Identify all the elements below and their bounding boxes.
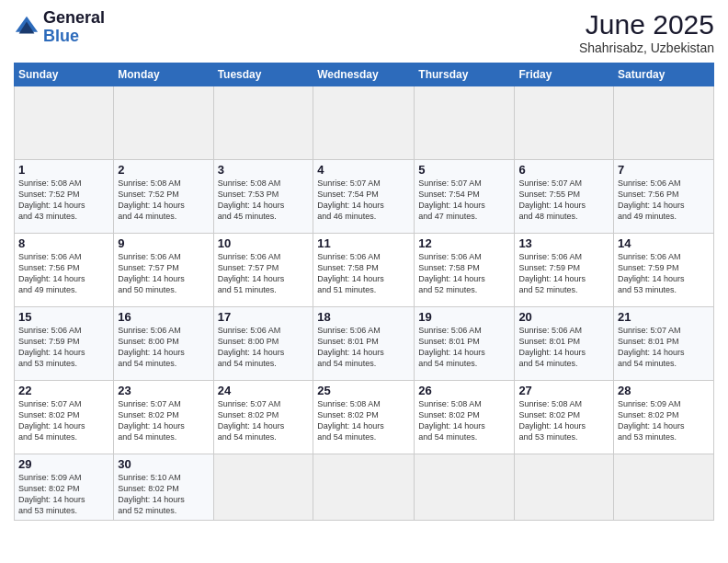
day-info: Sunrise: 5:06 AMSunset: 7:56 PMDaylight:… — [618, 178, 710, 223]
day-info: Sunrise: 5:08 AMSunset: 8:02 PMDaylight:… — [518, 398, 609, 443]
weekday-header: Monday — [114, 63, 213, 86]
day-number: 2 — [118, 163, 209, 177]
day-info: Sunrise: 5:07 AMSunset: 7:54 PMDaylight:… — [317, 178, 410, 223]
calendar-cell: 8Sunrise: 5:06 AMSunset: 7:56 PMDaylight… — [15, 234, 114, 307]
weekday-header: Thursday — [415, 63, 515, 86]
day-number: 9 — [118, 236, 209, 250]
calendar-cell: 19Sunrise: 5:06 AMSunset: 8:01 PMDayligh… — [415, 307, 515, 381]
calendar-week-row: 22Sunrise: 5:07 AMSunset: 8:02 PMDayligh… — [15, 381, 714, 454]
calendar-cell: 9Sunrise: 5:06 AMSunset: 7:57 PMDaylight… — [114, 234, 213, 307]
logo: General Blue — [14, 9, 105, 46]
location: Shahrisabz, Uzbekistan — [579, 40, 714, 55]
calendar-cell: 18Sunrise: 5:06 AMSunset: 8:01 PMDayligh… — [313, 307, 415, 381]
day-number: 6 — [518, 163, 609, 177]
day-number: 14 — [618, 236, 710, 250]
calendar-cell: 16Sunrise: 5:06 AMSunset: 8:00 PMDayligh… — [114, 307, 213, 381]
calendar-cell: 27Sunrise: 5:08 AMSunset: 8:02 PMDayligh… — [515, 381, 614, 454]
calendar-week-row: 15Sunrise: 5:06 AMSunset: 7:59 PMDayligh… — [15, 307, 714, 381]
day-number: 4 — [317, 163, 410, 177]
calendar-cell: 10Sunrise: 5:06 AMSunset: 7:57 PMDayligh… — [213, 234, 313, 307]
weekday-header: Saturday — [614, 63, 714, 86]
page: General Blue June 2025 Shahrisabz, Uzbek… — [0, 0, 728, 563]
day-number: 11 — [317, 236, 410, 250]
day-number: 16 — [118, 310, 209, 324]
calendar-cell — [213, 454, 313, 521]
calendar-cell — [415, 454, 515, 521]
day-number: 1 — [18, 163, 109, 177]
weekday-header: Tuesday — [213, 63, 313, 86]
calendar-cell: 3Sunrise: 5:08 AMSunset: 7:53 PMDaylight… — [213, 160, 313, 234]
calendar-cell: 25Sunrise: 5:08 AMSunset: 8:02 PMDayligh… — [313, 381, 415, 454]
calendar-cell: 4Sunrise: 5:07 AMSunset: 7:54 PMDaylight… — [313, 160, 415, 234]
calendar-cell: 21Sunrise: 5:07 AMSunset: 8:01 PMDayligh… — [614, 307, 714, 381]
day-info: Sunrise: 5:09 AMSunset: 8:02 PMDaylight:… — [618, 398, 710, 443]
day-number: 25 — [317, 384, 410, 397]
day-number: 15 — [18, 310, 109, 324]
day-info: Sunrise: 5:06 AMSunset: 8:01 PMDaylight:… — [418, 325, 510, 370]
weekday-header: Wednesday — [313, 63, 415, 86]
day-number: 10 — [218, 236, 310, 250]
calendar-week-row: 8Sunrise: 5:06 AMSunset: 7:56 PMDaylight… — [15, 234, 714, 307]
day-info: Sunrise: 5:08 AMSunset: 7:53 PMDaylight:… — [218, 178, 310, 223]
month-title: June 2025 — [579, 9, 714, 40]
day-info: Sunrise: 5:06 AMSunset: 7:57 PMDaylight:… — [118, 251, 209, 296]
day-number: 27 — [518, 384, 609, 397]
calendar-cell: 12Sunrise: 5:06 AMSunset: 7:58 PMDayligh… — [415, 234, 515, 307]
day-info: Sunrise: 5:07 AMSunset: 7:54 PMDaylight:… — [418, 178, 510, 223]
calendar-cell — [415, 86, 515, 160]
day-info: Sunrise: 5:07 AMSunset: 7:55 PMDaylight:… — [518, 178, 609, 223]
calendar-cell: 7Sunrise: 5:06 AMSunset: 7:56 PMDaylight… — [614, 160, 714, 234]
calendar-cell: 1Sunrise: 5:08 AMSunset: 7:52 PMDaylight… — [15, 160, 114, 234]
day-info: Sunrise: 5:06 AMSunset: 7:59 PMDaylight:… — [518, 251, 609, 296]
calendar-cell: 29Sunrise: 5:09 AMSunset: 8:02 PMDayligh… — [15, 454, 114, 521]
day-info: Sunrise: 5:06 AMSunset: 7:58 PMDaylight:… — [317, 251, 410, 296]
calendar-cell: 30Sunrise: 5:10 AMSunset: 8:02 PMDayligh… — [114, 454, 213, 521]
day-info: Sunrise: 5:08 AMSunset: 8:02 PMDaylight:… — [418, 398, 510, 443]
day-number: 30 — [118, 457, 209, 471]
logo-blue: Blue — [43, 28, 105, 46]
day-number: 8 — [18, 236, 109, 250]
weekday-header: Friday — [515, 63, 614, 86]
day-number: 21 — [618, 310, 710, 324]
calendar-week-row — [15, 86, 714, 160]
day-number: 22 — [18, 384, 109, 397]
day-number: 7 — [618, 163, 710, 177]
day-number: 24 — [218, 384, 310, 397]
calendar-cell: 20Sunrise: 5:06 AMSunset: 8:01 PMDayligh… — [515, 307, 614, 381]
day-number: 23 — [118, 384, 209, 397]
day-info: Sunrise: 5:06 AMSunset: 8:01 PMDaylight:… — [518, 325, 609, 370]
day-info: Sunrise: 5:06 AMSunset: 7:59 PMDaylight:… — [18, 325, 109, 370]
day-info: Sunrise: 5:08 AMSunset: 7:52 PMDaylight:… — [18, 178, 109, 223]
day-number: 29 — [18, 457, 109, 471]
calendar-cell: 15Sunrise: 5:06 AMSunset: 7:59 PMDayligh… — [15, 307, 114, 381]
day-info: Sunrise: 5:06 AMSunset: 7:59 PMDaylight:… — [618, 251, 710, 296]
day-number: 5 — [418, 163, 510, 177]
calendar-cell — [515, 86, 614, 160]
calendar-cell: 11Sunrise: 5:06 AMSunset: 7:58 PMDayligh… — [313, 234, 415, 307]
logo-text: General Blue — [43, 9, 105, 46]
day-number: 13 — [518, 236, 609, 250]
day-info: Sunrise: 5:07 AMSunset: 8:02 PMDaylight:… — [18, 398, 109, 443]
day-info: Sunrise: 5:06 AMSunset: 8:01 PMDaylight:… — [317, 325, 410, 370]
calendar-cell — [515, 454, 614, 521]
day-number: 19 — [418, 310, 510, 324]
calendar-header-row: SundayMondayTuesdayWednesdayThursdayFrid… — [15, 63, 714, 86]
day-info: Sunrise: 5:07 AMSunset: 8:02 PMDaylight:… — [218, 398, 310, 443]
day-info: Sunrise: 5:06 AMSunset: 7:57 PMDaylight:… — [218, 251, 310, 296]
calendar-cell: 2Sunrise: 5:08 AMSunset: 7:52 PMDaylight… — [114, 160, 213, 234]
calendar-week-row: 1Sunrise: 5:08 AMSunset: 7:52 PMDaylight… — [15, 160, 714, 234]
day-number: 26 — [418, 384, 510, 397]
day-info: Sunrise: 5:06 AMSunset: 7:58 PMDaylight:… — [418, 251, 510, 296]
calendar-cell — [313, 454, 415, 521]
day-number: 20 — [518, 310, 609, 324]
calendar-cell — [213, 86, 313, 160]
day-info: Sunrise: 5:07 AMSunset: 8:01 PMDaylight:… — [618, 325, 710, 370]
day-info: Sunrise: 5:09 AMSunset: 8:02 PMDaylight:… — [18, 472, 109, 517]
day-number: 28 — [618, 384, 710, 397]
calendar-cell: 23Sunrise: 5:07 AMSunset: 8:02 PMDayligh… — [114, 381, 213, 454]
calendar-cell — [614, 86, 714, 160]
logo-general: General — [43, 9, 105, 28]
day-number: 17 — [218, 310, 310, 324]
calendar-cell: 14Sunrise: 5:06 AMSunset: 7:59 PMDayligh… — [614, 234, 714, 307]
weekday-header: Sunday — [15, 63, 114, 86]
